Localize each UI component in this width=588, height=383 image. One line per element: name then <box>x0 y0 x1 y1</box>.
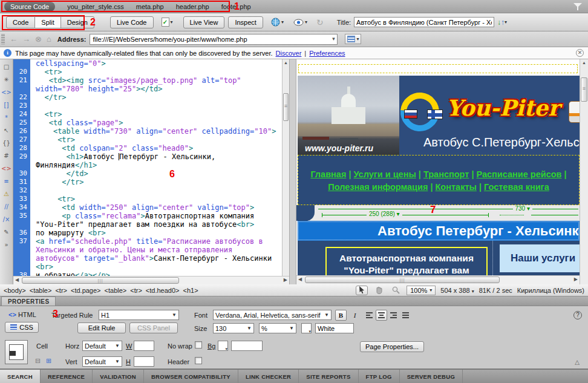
code-line[interactable]: cellspacing="0"> <box>13 59 282 68</box>
scrollbar-thumb[interactable] <box>581 77 587 102</box>
collapse-panel-icon[interactable]: △ <box>575 359 580 365</box>
stop-icon[interactable]: ⊗ <box>35 34 42 44</box>
css-mode-button[interactable]: CSS <box>5 322 39 333</box>
zoom-level-dropdown[interactable]: 100%▾ <box>407 286 436 295</box>
results-tab-ftp-log[interactable]: FTP LOG <box>359 370 400 383</box>
services-box[interactable]: Наши услуги <box>500 244 580 272</box>
scrollbar-thumb[interactable] <box>283 93 289 121</box>
line-numbers-icon[interactable]: # <box>1 151 12 160</box>
toolbar-grip[interactable] <box>1 34 5 45</box>
window-size-dropdown[interactable]: 504 x 388 ▾ <box>440 287 474 294</box>
collapse-selection-icon[interactable]: [] <box>1 100 12 110</box>
targeted-rule-dropdown[interactable]: H1▼ <box>99 310 179 320</box>
results-tab-link-checker[interactable]: LINK CHECKER <box>238 370 299 383</box>
visual-aids-icon[interactable]: ▾ <box>292 18 309 27</box>
code-line[interactable]: 23 <box>13 102 282 110</box>
more-icon[interactable]: » <box>1 240 12 249</box>
code-line[interactable]: 27 <tr> <box>13 136 282 144</box>
hand-tool-icon[interactable] <box>373 286 385 295</box>
results-tab-validation[interactable]: VALIDATION <box>93 370 144 383</box>
merge-cells-icon[interactable]: ⊟ <box>35 357 41 365</box>
select-parent-tag-icon[interactable]: ↖ <box>1 126 12 135</box>
scroll-left-icon[interactable]: ◀ <box>298 277 302 282</box>
file-transfer-icon[interactable]: ↓↑▾ <box>497 18 507 27</box>
related-file-tab[interactable]: footer.php <box>221 3 251 10</box>
view-button-code[interactable]: Code <box>6 16 35 28</box>
related-file-tab[interactable]: you_piter_style.css <box>67 3 124 10</box>
code-horizontal-scrollbar[interactable]: ◀ ▶ <box>13 276 289 284</box>
text-color-swatch[interactable]: ▾ <box>301 323 312 333</box>
pane-splitter[interactable] <box>289 59 296 284</box>
select-tool-icon[interactable] <box>356 286 368 295</box>
bg-color-input[interactable] <box>231 341 263 351</box>
bg-color-swatch[interactable]: ▾ <box>218 341 228 351</box>
properties-tab[interactable]: PROPERTIES <box>1 296 56 306</box>
reclama-box[interactable]: Автотранспортная компания "You-Piter" пр… <box>325 247 488 275</box>
related-file-tab[interactable]: header.php <box>176 3 209 10</box>
unit-dropdown[interactable]: %▼ <box>259 323 296 333</box>
scrollbar-thumb[interactable] <box>305 277 500 283</box>
design-view[interactable]: www.you-piter.ru You-Piter Автобус С.Пет… <box>296 59 580 284</box>
collapse-full-tag-icon[interactable]: <> <box>1 88 12 97</box>
chevron-down-icon[interactable]: ▼ <box>332 36 336 42</box>
align-right-icon[interactable] <box>388 310 399 321</box>
tag-selector-item[interactable]: <td.head0> <box>146 287 180 294</box>
align-center-icon[interactable] <box>376 310 387 321</box>
live-view-button[interactable]: Live View <box>183 16 225 28</box>
results-tab-reference[interactable]: REFERENCE <box>41 370 93 383</box>
tag-selector-item[interactable]: <table> <box>30 287 52 294</box>
site-nav-link[interactable]: Гостевая книга <box>484 182 549 192</box>
justify-icon[interactable] <box>400 310 411 321</box>
scroll-right-icon[interactable]: ▶ <box>574 277 578 282</box>
horz-dropdown[interactable]: Default▼ <box>82 341 122 351</box>
code-line[interactable]: 21 <td><img src="images/page_top.png" al… <box>13 76 282 93</box>
back-icon[interactable]: ← <box>10 34 18 44</box>
site-nav-link[interactable]: Услуги и цены <box>353 169 416 179</box>
code-line[interactable]: 35 <p class="reclama">Автотранспортная к… <box>13 212 282 229</box>
forward-icon[interactable]: → <box>22 34 30 44</box>
browser-options-icon[interactable]: ▾ <box>345 34 361 44</box>
column-width-menu[interactable]: 250 (288) ▾ <box>367 211 402 217</box>
inspect-button[interactable]: Inspect <box>228 16 263 28</box>
code-line[interactable]: 34 <td width="250" align="center" valign… <box>13 203 282 212</box>
design-horizontal-scrollbar[interactable]: ◀ ▶ <box>296 275 580 284</box>
close-icon[interactable]: ✕ <box>576 49 584 57</box>
related-file-tab[interactable]: meta.php <box>136 3 164 10</box>
code-view[interactable]: cellspacing="0">20 <tr>21 <td><img src="… <box>13 59 289 284</box>
tag-selector-item[interactable]: <td.page> <box>71 287 101 294</box>
code-line[interactable]: 33 <tr> <box>13 195 282 203</box>
highlight-invalid-code-icon[interactable]: <> <box>1 164 12 173</box>
code-editor[interactable]: cellspacing="0">20 <tr>21 <td><img src="… <box>13 59 282 276</box>
site-header-image[interactable]: www.you-piter.ru You-Piter Автобус С.Пет… <box>298 76 580 155</box>
title-input[interactable] <box>354 17 494 27</box>
live-code-button[interactable]: Live Code <box>110 16 154 28</box>
apply-comment-icon[interactable]: // <box>1 202 12 211</box>
filter-related-files-icon[interactable] <box>573 2 582 11</box>
discover-link[interactable]: Discover <box>276 50 302 57</box>
split-cell-icon[interactable]: ⊞ <box>46 357 51 365</box>
css-panel-button[interactable]: CSS Panel <box>129 322 178 333</box>
cell-width-input[interactable] <box>134 341 154 351</box>
tag-selector-item[interactable]: <table> <box>105 287 127 294</box>
address-input[interactable] <box>90 34 338 45</box>
source-code-tab[interactable]: Source Code <box>4 2 55 11</box>
scroll-left-icon[interactable]: ◀ <box>15 277 19 283</box>
code-line[interactable]: 38и обратно</a></p> <box>13 271 282 276</box>
check-page-icon[interactable]: ✓▾ <box>160 16 175 28</box>
site-nav-link[interactable]: Транспорт <box>423 169 469 179</box>
vert-dropdown[interactable]: Default▼ <box>82 356 122 367</box>
code-navigator-icon[interactable]: ✳ <box>1 75 12 84</box>
site-nav-link[interactable]: Главная <box>310 169 346 179</box>
page-h1-banner[interactable]: Автобус Петербург - Хельсинки <box>298 221 580 241</box>
scroll-up-icon[interactable]: ▲ <box>580 61 588 65</box>
code-line[interactable]: 29 <h1>Автобус Петербург - Хельсинки, Фи… <box>13 152 282 169</box>
help-icon[interactable]: ? <box>573 311 582 319</box>
align-left-icon[interactable] <box>364 310 375 321</box>
preview-in-browser-icon[interactable]: ▾ <box>269 16 286 28</box>
code-line[interactable]: 22 </tr> <box>13 93 282 102</box>
tag-selector-item[interactable]: <tr> <box>130 287 142 294</box>
word-wrap-icon[interactable]: ≡ <box>1 177 12 186</box>
code-line[interactable]: 37<a href="schedule.php" title="Расписан… <box>13 237 282 271</box>
cell-height-input[interactable] <box>134 356 154 367</box>
scroll-up-icon[interactable]: ▲ <box>283 61 289 65</box>
